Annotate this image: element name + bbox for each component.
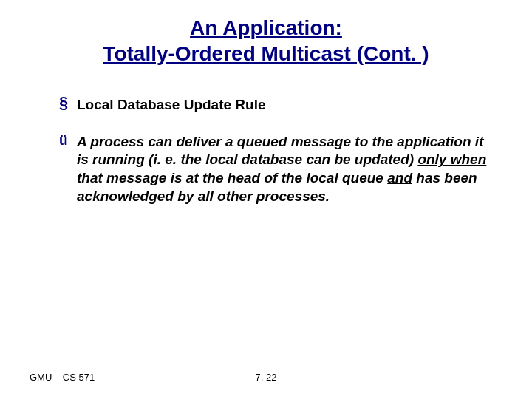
sub-text-part-2: that message is at the head of the local…	[77, 170, 387, 185]
slide: An Application: Totally-Ordered Multicas…	[0, 0, 532, 399]
bullet-icon: §	[59, 95, 77, 111]
title-line-2: Totally-Ordered Multicast (Cont. )	[103, 42, 429, 65]
slide-body: § Local Database Update Rule ü A process…	[59, 96, 488, 206]
title-line-1: An Application:	[190, 16, 342, 39]
slide-title: An Application: Totally-Ordered Multicas…	[0, 15, 532, 66]
footer-page-number: 7. 22	[0, 372, 532, 383]
check-icon: ü	[59, 133, 77, 149]
sub-bullet-item: ü A process can deliver a queued message…	[59, 133, 488, 206]
sub-text-and: and	[387, 170, 412, 185]
sub-bullet-text: A process can deliver a queued message t…	[77, 133, 488, 206]
bullet-item: § Local Database Update Rule	[59, 96, 488, 114]
sub-text-only-when: only when	[417, 151, 486, 167]
bullet-text: Local Database Update Rule	[77, 96, 266, 114]
